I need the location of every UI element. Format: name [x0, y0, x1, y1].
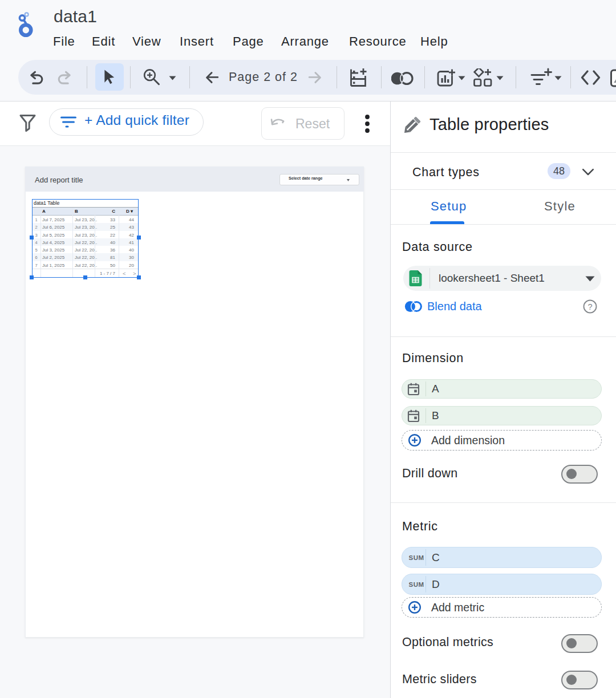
svg-text:?: ?: [587, 302, 592, 311]
